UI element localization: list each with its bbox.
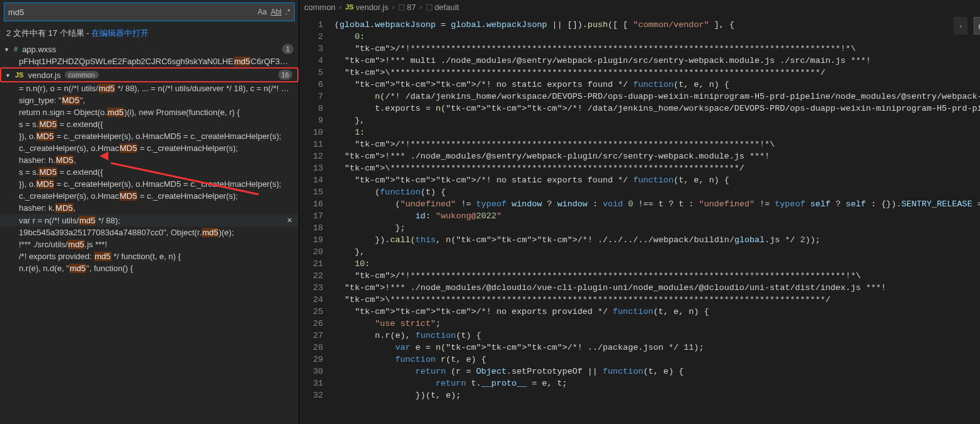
breadcrumb-seg[interactable]: JSvendor.js (345, 3, 389, 12)
chevron-down-icon: ▾ (6, 72, 15, 79)
chevron-right-icon: › (392, 4, 394, 11)
code-editor[interactable]: 1234567891011121314151617181920212223242… (299, 14, 980, 424)
search-match[interactable]: s = s.MD5 = c.extend({ (0, 118, 299, 130)
file-name: vendor.js (28, 70, 60, 80)
search-file-appwxss[interactable]: ▾ # app.wxss 1 (0, 43, 299, 55)
editor-pane: common › JSvendor.js › ⬚87 › ⬚default › … (299, 0, 980, 424)
file-path-tag: common (65, 71, 99, 79)
match-count-badge: 16 (278, 70, 292, 80)
line-gutter: 1234567891011121314151617181920212223242… (299, 14, 328, 424)
file-name: app.wxss (22, 45, 56, 54)
chevron-right-icon: › (420, 4, 422, 11)
chevron-right-icon: › (339, 4, 341, 11)
search-match[interactable]: !*** ./src/utils/md5.js ***! (0, 238, 299, 250)
search-input[interactable]: md5 Aa Abl .* (4, 3, 295, 21)
search-match[interactable]: = n.n(r), o = n(/*! utils/md5 */ 88), ..… (0, 82, 299, 94)
search-match[interactable]: pFHqt1HPZHDZQpSWLeE2Fapb2CJRC6sgh9skYaN0… (0, 55, 299, 67)
search-file-vendorjs[interactable]: ▾ JS vendor.js common 16 (0, 67, 299, 82)
search-term: md5 (8, 8, 254, 17)
annotation-arrow-head (100, 152, 108, 160)
search-sidebar: md5 Aa Abl .* 2 文件中有 17 个结果 - 在编辑器中打开 ▾ … (0, 0, 299, 424)
file-icon: JS (15, 71, 23, 79)
search-match[interactable]: /*! exports provided: md5 */ function(t,… (0, 250, 299, 262)
search-summary: 2 文件中有 17 个结果 - 在编辑器中打开 (0, 24, 299, 43)
breadcrumbs[interactable]: common › JSvendor.js › ⬚87 › ⬚default (299, 0, 980, 14)
regex-icon[interactable]: .* (285, 8, 290, 16)
close-icon[interactable]: × (287, 215, 292, 225)
search-match[interactable]: sign_type: "MD5", (0, 94, 299, 106)
find-expand-icon[interactable]: › (954, 17, 967, 35)
code-content[interactable]: (global.webpackJsonp = global.webpackJso… (328, 14, 980, 424)
find-input[interactable]: md5 Aa Abl .* (974, 17, 980, 35)
breadcrumb-seg[interactable]: ⬚default (426, 3, 459, 12)
search-match[interactable]: c._createHelper(s), o.HmacMD5 = c._creat… (0, 142, 299, 154)
open-in-editor-link[interactable]: 在编辑器中打开 (91, 28, 149, 38)
breadcrumb-seg[interactable]: common (304, 3, 336, 12)
breadcrumb-seg[interactable]: ⬚87 (398, 3, 416, 12)
case-icon[interactable]: Aa (258, 8, 267, 16)
find-widget: › md5 Aa Abl .* 16 中的 (954, 17, 980, 35)
search-match[interactable]: hasher: h.MD5, (0, 154, 299, 166)
search-match[interactable]: 19bc545a393a25177083d4a748807cc0", Objec… (0, 226, 299, 238)
file-icon: # (14, 45, 18, 53)
search-match[interactable]: n.r(e), n.d(e, "md5", function() { (0, 262, 299, 274)
search-match[interactable]: }), o.MD5 = c._createHelper(s), o.HmacMD… (0, 130, 299, 142)
search-match[interactable]: return n.sign = Object(o.md5)(i), new Pr… (0, 106, 299, 118)
chevron-down-icon: ▾ (5, 46, 14, 53)
whole-word-icon[interactable]: Abl (271, 8, 282, 16)
match-count-badge: 1 (282, 44, 293, 54)
